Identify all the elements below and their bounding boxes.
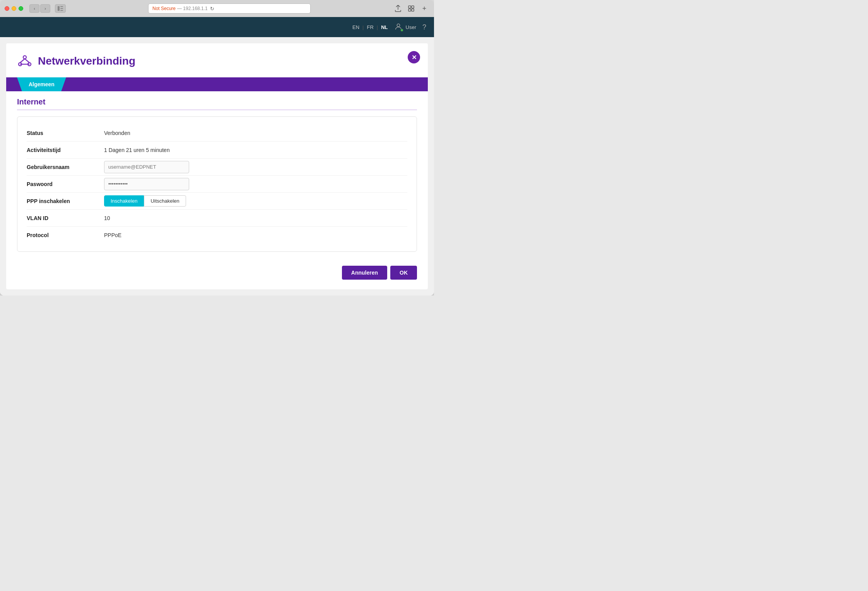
svg-rect-7 [412,9,414,11]
label-protocol: Protocol [27,232,104,238]
footer-buttons: Annuleren OK [17,260,417,280]
form-row-status: Status Verbonden [27,125,407,142]
new-tab-button[interactable] [406,4,416,13]
form-row-activiteitstijd: Activiteitstijd 1 Dagen 21 uren 5 minute… [27,142,407,159]
browser-titlebar: ‹ › Not Secure — 192.168.1.1 ↻ [0,0,434,17]
reload-button[interactable]: ↻ [210,6,214,12]
ppp-toggle-group: Inschakelen Uitschakelen [104,195,186,207]
browser-window: ‹ › Not Secure — 192.168.1.1 ↻ [0,0,434,296]
form-row-protocol: Protocol PPPoE [27,227,407,244]
section-title: Internet [17,97,417,110]
maximize-traffic-light[interactable] [19,6,23,11]
tabs-row: Algemeen [6,77,428,91]
svg-rect-3 [60,10,63,11]
label-ppp: PPP inschakelen [27,198,104,204]
not-secure-label: Not Secure [152,6,176,11]
value-activiteitstijd: 1 Dagen 21 uren 5 minuten [104,147,170,153]
share-button[interactable] [393,4,403,13]
value-status: Verbonden [104,130,130,136]
address-bar[interactable]: Not Secure — 192.168.1.1 ↻ [148,3,311,14]
cancel-button[interactable]: Annuleren [342,266,387,280]
svg-rect-6 [408,9,411,11]
svg-rect-1 [60,6,63,7]
value-protocol: PPPoE [104,232,121,238]
main-area: ✕ Netwerkverbinding [6,43,428,289]
user-label: User [406,24,416,30]
svg-rect-5 [412,6,414,8]
ppp-uitschakelen-button[interactable]: Uitschakelen [144,195,186,207]
page-title-row: Netwerkverbinding [17,53,417,70]
address-bar-wrapper: Not Secure — 192.168.1.1 ↻ [69,3,390,14]
info-card: Status Verbonden Activiteitstijd 1 Dagen… [17,116,417,252]
close-traffic-light[interactable] [5,6,9,11]
network-icon [17,53,32,70]
label-paswoord: Paswoord [27,181,104,187]
svg-rect-0 [58,6,60,11]
sidebar-toggle-button[interactable] [55,4,66,13]
user-icon-wrap [394,22,403,32]
gebruikersnaam-input[interactable] [104,161,189,173]
form-row-gebruikersnaam: Gebruikersnaam [27,159,407,176]
form-row-vlan: VLAN ID 10 [27,210,407,227]
svg-line-12 [20,59,25,63]
minimize-traffic-light[interactable] [12,6,16,11]
svg-rect-2 [60,8,63,9]
form-row-paswoord: Paswoord [27,176,407,193]
label-activiteitstijd: Activiteitstijd [27,147,104,153]
help-icon[interactable]: ? [422,23,426,31]
value-vlan: 10 [104,215,110,221]
label-vlan: VLAN ID [27,215,104,221]
svg-line-13 [25,59,29,63]
close-button[interactable]: ✕ [408,51,420,63]
page-title: Netwerkverbinding [38,55,135,67]
language-switcher: EN | FR | NL [352,24,388,30]
url-text: — 192.168.1.1 [177,6,208,11]
label-gebruikersnaam: Gebruikersnaam [27,164,104,170]
traffic-lights [5,6,23,11]
lang-en[interactable]: EN [352,24,359,30]
add-tab-button[interactable]: + [419,4,429,13]
lang-nl[interactable]: NL [381,24,388,30]
svg-point-8 [397,24,400,27]
toolbar-right: + [393,4,429,13]
ok-button[interactable]: OK [390,266,417,280]
lang-fr[interactable]: FR [367,24,373,30]
ppp-inschakelen-button[interactable]: Inschakelen [104,195,144,207]
user-online-dot [400,29,403,32]
form-row-ppp: PPP inschakelen Inschakelen Uitschakelen [27,193,407,210]
user-area: User [394,22,416,32]
forward-button[interactable]: › [40,4,50,13]
nav-buttons: ‹ › [29,4,50,13]
svg-rect-4 [408,6,411,8]
tab-algemeen[interactable]: Algemeen [17,77,66,91]
label-status: Status [27,130,104,136]
browser-content: EN | FR | NL User ? [0,17,434,296]
app-header: EN | FR | NL User ? [0,17,434,37]
svg-point-9 [23,56,26,59]
back-button[interactable]: ‹ [29,4,39,13]
paswoord-input[interactable] [104,178,189,190]
